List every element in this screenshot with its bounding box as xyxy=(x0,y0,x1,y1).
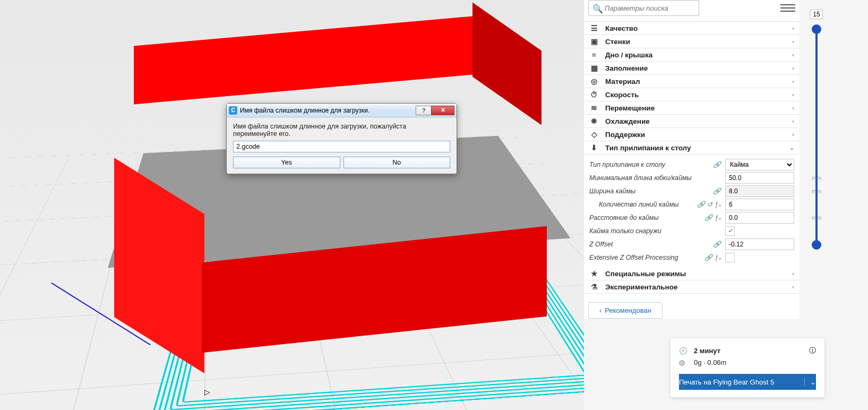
link-icon[interactable]: 🔗 xyxy=(697,201,705,208)
category-material[interactable]: ◎Материал xyxy=(584,75,800,88)
travel-icon: ≋ xyxy=(589,104,599,112)
category-label: Материал xyxy=(605,78,640,86)
no-button[interactable]: No xyxy=(343,157,451,168)
clock-icon: 🕘 xyxy=(679,347,689,355)
rename-dialog: C Имя файла слишком длинное для загрузки… xyxy=(226,103,457,174)
recommended-button[interactable]: ‹Рекомендован xyxy=(588,302,663,319)
chevron-left-icon xyxy=(792,25,794,31)
print-time: 2 минут xyxy=(694,347,720,355)
speed-icon: ⏱ xyxy=(589,91,599,99)
layer-slider[interactable]: 15 xyxy=(811,23,822,246)
category-label: Специальные режимы xyxy=(605,270,686,278)
topbottom-icon: ≡ xyxy=(589,51,599,59)
chevron-left-icon xyxy=(792,284,794,290)
brim-distance-input[interactable] xyxy=(726,214,812,221)
adhesion-icon: ⬇ xyxy=(589,143,599,152)
category-special[interactable]: ★Специальные режимы xyxy=(584,267,800,280)
chevron-left-icon xyxy=(792,65,794,71)
brim-lines-input[interactable] xyxy=(726,201,812,208)
link-icon[interactable]: 🔗 xyxy=(713,187,721,195)
chevron-left-icon xyxy=(792,38,794,45)
link-icon[interactable]: 🔗 xyxy=(704,214,712,221)
category-support[interactable]: ◇Поддержки xyxy=(584,128,800,141)
model-object[interactable] xyxy=(69,27,547,345)
z-offset-ext-checkbox[interactable] xyxy=(725,253,735,262)
category-label: Экспериментальное xyxy=(605,283,677,291)
dialog-titlebar[interactable]: C Имя файла слишком длинное для загрузки… xyxy=(227,104,457,117)
chevron-left-icon xyxy=(792,131,794,138)
search-input[interactable] xyxy=(588,0,699,16)
layer-count-badge: 15 xyxy=(810,10,822,19)
star-icon: ★ xyxy=(589,269,599,278)
formula-icon[interactable]: ƒₓ xyxy=(715,214,721,221)
chevron-left-icon: ‹ xyxy=(599,306,601,314)
chevron-left-icon xyxy=(792,52,794,58)
link-icon[interactable]: 🔗 xyxy=(713,161,721,168)
dialog-help-button[interactable]: ? xyxy=(416,106,432,115)
category-topbottom[interactable]: ≡Дно / крышка xyxy=(584,48,800,62)
chevron-down-icon[interactable]: ⌄ xyxy=(804,378,816,386)
info-icon[interactable]: ⓘ xyxy=(809,346,816,355)
category-infill[interactable]: ▦Заполнение xyxy=(584,62,800,75)
fan-icon: ❋ xyxy=(589,117,599,125)
category-quality[interactable]: ☰Качество xyxy=(584,22,800,35)
setting-label: Тип прилипания к столу xyxy=(589,161,713,168)
walls-icon: ▣ xyxy=(589,37,599,46)
print-mass: 0g · 0.06m xyxy=(694,358,726,366)
z-offset-input[interactable] xyxy=(726,241,812,248)
filename-input[interactable] xyxy=(233,141,450,152)
adhesion-type-select[interactable]: Кайма xyxy=(725,159,794,170)
link-icon[interactable]: 🔗 xyxy=(704,254,712,261)
brim-width-input[interactable] xyxy=(726,187,812,195)
category-label: Охлаждение xyxy=(605,117,650,125)
slider-handle-top[interactable] xyxy=(812,24,821,34)
category-label: Скорость xyxy=(605,91,639,99)
min-length-input[interactable] xyxy=(726,174,812,182)
category-travel[interactable]: ≋Перемещение xyxy=(584,101,800,115)
chevron-left-icon xyxy=(792,78,794,84)
layers-icon: ☰ xyxy=(589,24,599,32)
yes-button[interactable]: Yes xyxy=(233,157,340,168)
category-adhesion[interactable]: ⬇Тип прилипания к столу xyxy=(584,141,800,155)
formula-icon[interactable]: ƒₓ xyxy=(715,254,721,261)
cursor-icon: ▷ xyxy=(204,388,210,396)
print-info-card: 🕘 2 минут ⓘ ◎ 0g · 0.06m Печать на Flyin… xyxy=(671,338,824,397)
setting-label: Расстояние до каймы xyxy=(589,214,704,221)
viewport-3d[interactable]: ▷ xyxy=(0,0,584,410)
brim-outside-checkbox[interactable]: ✓ xyxy=(725,226,735,236)
category-cooling[interactable]: ❋Охлаждение xyxy=(584,115,800,128)
chevron-left-icon xyxy=(792,91,794,98)
dialog-message: Имя файла слишком длинное для загрузки, … xyxy=(233,123,450,138)
cura-icon: C xyxy=(229,106,237,115)
category-label: Заполнение xyxy=(605,64,648,72)
dialog-close-button[interactable]: ✕ xyxy=(431,106,454,115)
setting-label: Z Offset xyxy=(589,241,713,248)
chevron-left-icon xyxy=(792,270,794,277)
setting-label: Extensive Z Offset Processing xyxy=(589,254,704,261)
chevron-left-icon xyxy=(792,105,794,111)
formula-icon[interactable]: ƒₓ xyxy=(715,201,721,208)
flask-icon: ⚗ xyxy=(589,283,599,291)
setting-label: Кайма только снаружи xyxy=(589,227,725,235)
category-label: Стенки xyxy=(605,38,630,46)
category-label: Качество xyxy=(605,24,638,32)
category-speed[interactable]: ⏱Скорость xyxy=(584,88,800,101)
category-label: Дно / крышка xyxy=(605,51,652,59)
print-button[interactable]: Печать на Flying Bear Ghost 5 ⌄ xyxy=(679,374,816,390)
dialog-title-text: Имя файла слишком длинное для загрузки. xyxy=(240,107,369,114)
slider-handle-bottom[interactable] xyxy=(812,240,821,250)
filament-icon: ◎ xyxy=(679,358,689,366)
recommended-label: Рекомендован xyxy=(605,306,651,314)
setting-label: Ширина каймы xyxy=(589,187,713,195)
setting-label: Минимальная длина юбки/каймы xyxy=(589,174,725,182)
infill-icon: ▦ xyxy=(589,64,599,72)
menu-hamburger-button[interactable] xyxy=(780,1,795,15)
reset-icon[interactable]: ↺ xyxy=(707,201,712,208)
chevron-down-icon xyxy=(789,144,794,151)
category-experimental[interactable]: ⚗Экспериментальное xyxy=(584,280,800,294)
link-icon[interactable]: 🔗 xyxy=(713,241,721,248)
category-label: Тип прилипания к столу xyxy=(605,144,691,152)
settings-sidebar: 🔍 ☰Качество ▣Стенки ≡Дно / крышка ▦Запол… xyxy=(584,0,800,319)
category-walls[interactable]: ▣Стенки xyxy=(584,35,800,48)
support-icon: ◇ xyxy=(589,130,599,139)
